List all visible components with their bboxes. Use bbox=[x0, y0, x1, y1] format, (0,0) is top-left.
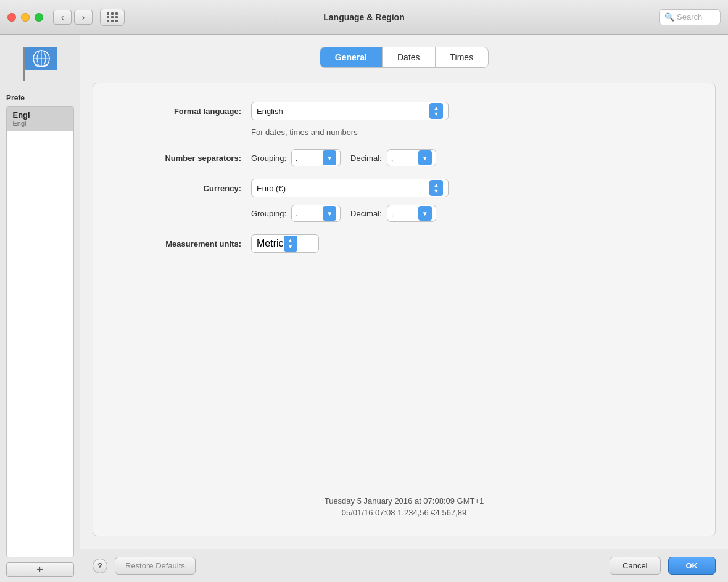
decimal-label: Decimal: bbox=[350, 154, 382, 163]
grouping-dropdown-icon: ▼ bbox=[326, 155, 333, 162]
main-layout: Prefe Engl Engl + General Dates Times bbox=[0, 35, 728, 582]
ok-button[interactable]: OK bbox=[668, 557, 716, 575]
tab-times[interactable]: Times bbox=[436, 47, 489, 67]
decimal-select[interactable]: , ▼ bbox=[387, 149, 436, 166]
search-label: Search bbox=[677, 12, 702, 22]
currency-stepper[interactable]: ▲ ▼ bbox=[429, 180, 443, 196]
grid-button[interactable] bbox=[100, 9, 125, 26]
nav-buttons: ‹ › bbox=[53, 10, 93, 25]
grid-icon bbox=[107, 12, 118, 22]
number-separators-row: Number separators: Grouping: . ▼ Decimal… bbox=[118, 149, 690, 166]
svg-rect-0 bbox=[23, 47, 25, 81]
decimal-value: , bbox=[391, 154, 418, 163]
help-button[interactable]: ? bbox=[93, 559, 107, 573]
tab-general[interactable]: General bbox=[320, 47, 383, 67]
currency-decimal-value: , bbox=[391, 209, 418, 218]
content-wrapper: General Dates Times Format language: Eng… bbox=[80, 35, 728, 582]
currency-value: Euro (€) bbox=[257, 184, 429, 193]
add-language-button[interactable]: + bbox=[6, 562, 74, 577]
bottom-bar: ? Restore Defaults Cancel OK bbox=[80, 549, 728, 582]
search-box[interactable]: 🔍 Search bbox=[659, 9, 721, 25]
grouping-select[interactable]: . ▼ bbox=[291, 149, 341, 166]
currency-separators-row: Grouping: . ▼ Decimal: , ▼ bbox=[118, 205, 690, 222]
currency-decimal-select[interactable]: , ▼ bbox=[387, 205, 436, 222]
tab-dates[interactable]: Dates bbox=[383, 47, 436, 67]
currency-row: Currency: Euro (€) ▲ ▼ bbox=[118, 179, 690, 197]
flag-icon bbox=[18, 42, 62, 86]
sidebar-item-english[interactable]: Engl Engl bbox=[7, 107, 73, 131]
decimal-dropdown-icon: ▼ bbox=[422, 155, 428, 162]
content-area: General Dates Times Format language: Eng… bbox=[80, 35, 728, 549]
format-language-label: Format language: bbox=[118, 107, 241, 116]
currency-decimal-dropdown-icon: ▼ bbox=[422, 210, 428, 217]
grouping-value: . bbox=[296, 154, 323, 163]
maximize-button[interactable] bbox=[35, 13, 43, 22]
format-language-select[interactable]: English ▲ ▼ bbox=[251, 102, 449, 120]
format-language-value: English bbox=[257, 107, 429, 116]
measurement-select[interactable]: Metric ▲ ▼ bbox=[251, 234, 319, 253]
grouping-label: Grouping: bbox=[251, 154, 286, 163]
measurement-stepper-down-icon: ▼ bbox=[287, 244, 293, 250]
window-title: Language & Region bbox=[323, 12, 404, 22]
sidebar-prefs-label: Prefe bbox=[0, 94, 80, 102]
number-separators-label: Number separators: bbox=[118, 154, 241, 163]
currency-label: Currency: bbox=[118, 184, 241, 193]
currency-select[interactable]: Euro (€) ▲ ▼ bbox=[251, 179, 449, 197]
measurement-stepper-up-icon: ▲ bbox=[287, 238, 293, 244]
settings-panel: Format language: English ▲ ▼ For dates, … bbox=[93, 83, 716, 536]
preview-section: Tuesday 5 January 2016 at 07:08:09 GMT+1… bbox=[118, 484, 690, 517]
stepper-down-icon: ▼ bbox=[434, 112, 439, 117]
measurement-value: Metric bbox=[257, 238, 284, 249]
sidebar-list: Engl Engl bbox=[6, 106, 74, 557]
traffic-lights bbox=[7, 13, 43, 22]
preview-line2: 05/01/16 07:08 1.234,56 €4.567,89 bbox=[118, 508, 690, 517]
grouping-dropdown-btn[interactable]: ▼ bbox=[323, 150, 336, 165]
currency-grouping-dropdown-btn[interactable]: ▼ bbox=[323, 206, 336, 221]
currency-stepper-up-icon: ▲ bbox=[434, 182, 439, 188]
currency-grouping-select[interactable]: . ▼ bbox=[291, 205, 341, 222]
back-button[interactable]: ‹ bbox=[53, 10, 72, 25]
measurement-label: Measurement units: bbox=[118, 239, 241, 248]
format-language-row: Format language: English ▲ ▼ bbox=[118, 102, 690, 120]
currency-grouping-value: . bbox=[296, 209, 323, 218]
currency-decimal-label: Decimal: bbox=[350, 209, 382, 218]
measurement-row: Measurement units: Metric ▲ ▼ bbox=[118, 234, 690, 253]
currency-stepper-down-icon: ▼ bbox=[434, 189, 439, 194]
sidebar: Prefe Engl Engl + bbox=[0, 35, 80, 582]
preview-line1: Tuesday 5 January 2016 at 07:08:09 GMT+1 bbox=[118, 496, 690, 506]
measurement-stepper[interactable]: ▲ ▼ bbox=[284, 236, 297, 252]
tab-bar: General Dates Times bbox=[93, 47, 716, 68]
currency-decimal-dropdown-btn[interactable]: ▼ bbox=[418, 206, 432, 221]
cancel-button[interactable]: Cancel bbox=[610, 557, 660, 575]
search-icon: 🔍 bbox=[664, 12, 674, 22]
currency-grouping-dropdown-icon: ▼ bbox=[326, 210, 333, 217]
sidebar-item-main: Engl bbox=[13, 110, 67, 120]
restore-defaults-button[interactable]: Restore Defaults bbox=[115, 557, 196, 575]
stepper-up-icon: ▲ bbox=[434, 105, 439, 111]
forward-button[interactable]: › bbox=[74, 10, 93, 25]
currency-grouping-label: Grouping: bbox=[251, 209, 286, 218]
tab-container: General Dates Times bbox=[320, 47, 489, 68]
minimize-button[interactable] bbox=[21, 13, 30, 22]
close-button[interactable] bbox=[7, 13, 16, 22]
titlebar: ‹ › Language & Region 🔍 Search bbox=[0, 0, 728, 35]
sidebar-item-sub: Engl bbox=[13, 120, 67, 127]
decimal-dropdown-btn[interactable]: ▼ bbox=[418, 150, 432, 165]
format-language-stepper[interactable]: ▲ ▼ bbox=[429, 103, 443, 119]
format-language-hint: For dates, times and numbers bbox=[251, 128, 690, 137]
